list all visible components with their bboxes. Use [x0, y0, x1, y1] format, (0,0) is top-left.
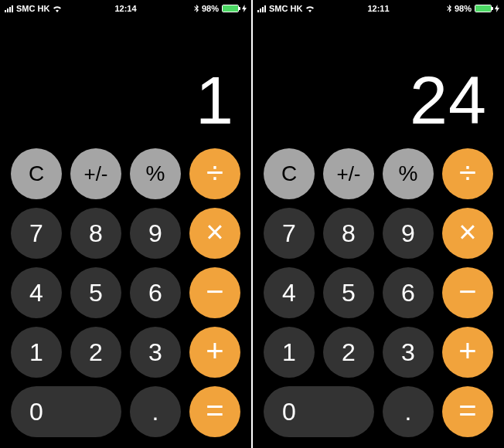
calc-display: 1 — [0, 15, 251, 137]
clock-label: 12:14 — [0, 4, 251, 13]
clear-button[interactable]: C — [264, 148, 315, 199]
digit-3-button[interactable]: 3 — [130, 327, 181, 378]
digit-5-button[interactable]: 5 — [70, 267, 121, 318]
minus-button[interactable]: − — [442, 267, 493, 318]
status-bar: SMC HK 12:14 98% — [0, 0, 251, 15]
battery-icon — [475, 5, 492, 12]
digit-4-button[interactable]: 4 — [264, 267, 315, 318]
digit-2-button[interactable]: 2 — [70, 327, 121, 378]
decimal-button[interactable]: . — [130, 386, 181, 437]
sign-toggle-button[interactable]: +/- — [70, 148, 121, 199]
digit-7-button[interactable]: 7 — [264, 208, 315, 259]
clear-button[interactable]: C — [11, 148, 62, 199]
decimal-button[interactable]: . — [383, 386, 434, 437]
multiply-button[interactable]: × — [189, 208, 240, 259]
plus-button[interactable]: + — [442, 327, 493, 378]
calc-display-value: 24 — [410, 66, 487, 134]
digit-1-button[interactable]: 1 — [264, 327, 315, 378]
divide-button[interactable]: ÷ — [442, 148, 493, 199]
battery-icon — [222, 5, 239, 12]
digit-6-button[interactable]: 6 — [383, 267, 434, 318]
keypad: C +/- % ÷ 7 8 9 × 4 5 6 − 1 2 3 + — [253, 140, 504, 448]
digit-0-button[interactable]: 0 — [11, 386, 121, 437]
digit-8-button[interactable]: 8 — [70, 208, 121, 259]
multiply-button[interactable]: × — [442, 208, 493, 259]
digit-9-button[interactable]: 9 — [383, 208, 434, 259]
equals-button[interactable]: = — [442, 386, 493, 437]
digit-1-button[interactable]: 1 — [11, 327, 62, 378]
digit-3-button[interactable]: 3 — [383, 327, 434, 378]
minus-button[interactable]: − — [189, 267, 240, 318]
percent-button[interactable]: % — [383, 148, 434, 199]
digit-0-button[interactable]: 0 — [264, 386, 374, 437]
calc-display: 24 — [253, 15, 504, 137]
digit-7-button[interactable]: 7 — [11, 208, 62, 259]
sign-toggle-button[interactable]: +/- — [323, 148, 374, 199]
digit-2-button[interactable]: 2 — [323, 327, 374, 378]
status-bar: SMC HK 12:11 98% — [253, 0, 504, 15]
digit-5-button[interactable]: 5 — [323, 267, 374, 318]
calculator-screen-left: SMC HK 12:14 98% 1 C +/- % ÷ 7 8 — [0, 0, 251, 448]
digit-8-button[interactable]: 8 — [323, 208, 374, 259]
divide-button[interactable]: ÷ — [189, 148, 240, 199]
plus-button[interactable]: + — [189, 327, 240, 378]
keypad: C +/- % ÷ 7 8 9 × 4 5 6 − 1 2 3 + — [0, 140, 251, 448]
digit-9-button[interactable]: 9 — [130, 208, 181, 259]
calculator-screen-right: SMC HK 12:11 98% 24 C +/- % ÷ 7 — [253, 0, 504, 448]
calc-display-value: 1 — [196, 66, 234, 134]
digit-4-button[interactable]: 4 — [11, 267, 62, 318]
digit-6-button[interactable]: 6 — [130, 267, 181, 318]
percent-button[interactable]: % — [130, 148, 181, 199]
clock-label: 12:11 — [253, 4, 504, 13]
equals-button[interactable]: = — [189, 386, 240, 437]
